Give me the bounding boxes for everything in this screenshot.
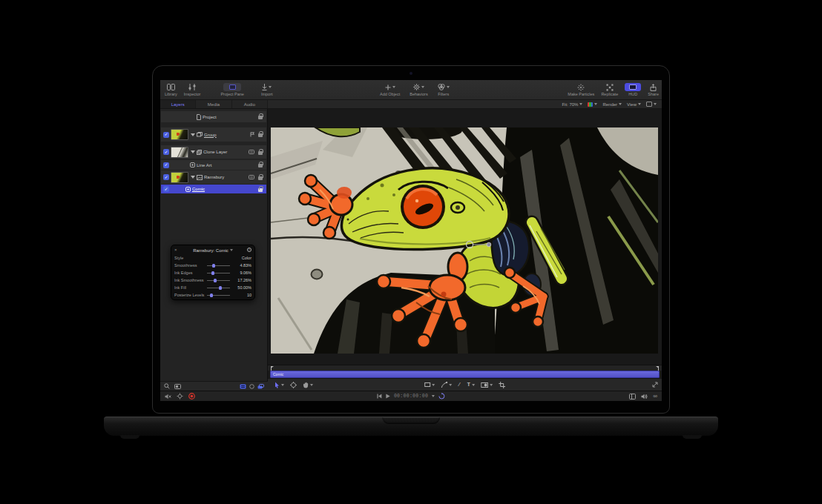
slider-thumb[interactable] [212,264,215,268]
clone-checkbox[interactable] [163,149,169,155]
filters-label: Filters [438,92,449,96]
project-pane-button[interactable]: Project Pane [220,80,244,96]
ink-smoothness-slider[interactable] [207,280,230,281]
layers-stack-icon[interactable] [257,384,264,389]
zoom-fit-menu[interactable]: Fit: 70% [562,102,582,107]
filters-caret-icon [447,86,450,88]
group-folder-icon [197,132,203,137]
record-icon[interactable] [188,393,195,399]
group-checkbox[interactable] [163,132,169,138]
bezier-tool[interactable] [441,382,452,388]
smoothness-slider[interactable] [207,265,230,266]
shape-tool[interactable] [424,382,435,387]
lock-icon[interactable] [258,188,263,192]
crop-tool-icon[interactable] [499,382,505,388]
timecode-caret-icon[interactable] [432,395,435,397]
timeline-clip-label: Comic [273,372,283,377]
flag-icon[interactable] [250,132,254,137]
disclosure-icon[interactable] [191,150,195,153]
search-icon[interactable] [164,383,170,389]
play-icon[interactable] [386,394,390,399]
ink-fill-slider[interactable] [207,288,230,288]
replicate-button[interactable]: Replicate [601,80,618,96]
render-caret-icon [619,103,622,105]
line-tool[interactable]: / [458,382,461,388]
laptop-foot-left [120,435,139,439]
hud-close-icon[interactable]: × [174,248,177,252]
audio-icon[interactable] [641,394,648,399]
disclosure-icon[interactable] [191,133,195,136]
pan-tool-caret-icon [310,384,313,386]
text-tool[interactable]: T [467,382,476,388]
pan-tool[interactable] [303,382,313,388]
loop-range-icon[interactable]: ∞ [653,394,657,399]
preview-toggle-icon[interactable] [174,384,181,389]
behaviors-button[interactable]: Behaviors [410,80,427,96]
add-object-button[interactable]: Add Object [380,80,400,96]
ramsbury-checkbox[interactable] [163,174,169,180]
share-button[interactable]: Share [648,80,659,96]
blend-badge-icon[interactable] [249,175,254,179]
hud-button[interactable]: HUD [625,80,641,96]
channels-menu[interactable] [588,102,597,107]
hud-title-caret-icon[interactable] [230,249,233,251]
lock-icon[interactable] [258,164,263,168]
hud-param-label: Ink Fill [174,285,204,290]
hud-row-smoothness: Smoothness 4.83% [174,262,251,269]
layer-row-comic-selected[interactable]: Comic [161,185,266,193]
mask-tool[interactable] [481,382,493,388]
behaviors-label: Behaviors [410,92,427,96]
list-view-icon[interactable] [240,384,246,389]
layer-row-line-art[interactable]: Line Art [161,160,266,170]
lock-icon[interactable] [258,176,263,180]
style-popup[interactable]: Color [233,256,251,260]
slider-thumb[interactable] [219,286,222,290]
inspector-button[interactable]: Inspector [184,80,201,96]
opacity-view-icon[interactable] [249,384,254,389]
lock-icon[interactable] [258,133,263,137]
play-range-start-marker[interactable] [271,366,272,371]
loop-playback-icon[interactable] [438,393,445,399]
tab-audio[interactable]: Audio [232,100,268,108]
layer-name: Project [203,115,217,119]
timeline-clip-comic[interactable]: Comic [270,371,660,378]
ink-edges-slider[interactable] [207,273,230,273]
layer-row-clone-layer[interactable]: Clone Layer [161,145,266,159]
go-to-start-icon[interactable] [377,394,382,399]
slider-thumb[interactable] [214,279,217,282]
posterize-levels-slider[interactable] [207,295,230,296]
anchor-tool-icon[interactable] [290,382,297,388]
hud-param-value: 9.06% [233,271,251,275]
expand-timeline-icon[interactable] [652,382,658,388]
tab-layers[interactable]: Layers [160,100,196,108]
layer-row-project[interactable]: Project [161,111,266,122]
import-button[interactable]: Import [261,80,273,96]
timecode-display[interactable]: 00:00:00:00 [394,394,428,399]
slider-thumb[interactable] [210,294,213,297]
layer-row-group[interactable]: Group [161,127,266,142]
layer-row-ramsbury[interactable]: Ramsbury [161,170,266,184]
blend-badge-icon[interactable] [249,150,254,154]
view-menu[interactable]: View [627,102,641,107]
lock-icon[interactable] [258,116,263,119]
hud-info-icon[interactable]: i [247,248,251,252]
select-transform-tool[interactable] [274,382,284,388]
motion-path-icon[interactable] [177,393,183,399]
render-menu[interactable]: Render [602,102,622,107]
disclosure-icon[interactable] [191,176,195,179]
library-button[interactable]: Library [165,80,177,96]
tab-media[interactable]: Media [196,100,231,108]
play-range-end-marker[interactable] [658,366,659,371]
timeline-ruler[interactable] [268,365,662,371]
filters-button[interactable]: Filters [438,80,450,96]
comic-checkbox[interactable] [163,186,169,192]
mute-icon[interactable] [165,394,171,399]
line-art-checkbox[interactable] [163,162,169,168]
slider-thumb[interactable] [211,271,214,275]
layout-menu[interactable] [646,102,657,107]
lock-icon[interactable] [258,151,263,155]
canvas-viewport[interactable] [268,109,662,365]
make-particles-button[interactable]: Make Particles [568,80,594,96]
hud-row-posterize-levels: Posterize Levels 10 [174,291,251,299]
timing-pane-icon[interactable] [629,394,636,399]
